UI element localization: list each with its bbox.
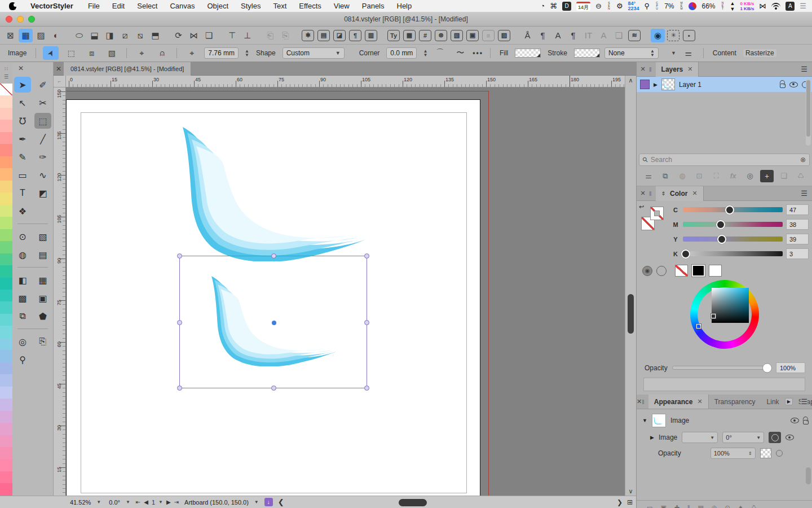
panel-grip-icon[interactable]: ‖	[649, 190, 652, 197]
artboard-dropdown[interactable]: Artboard (150.0, 150.0)▼	[182, 499, 261, 506]
slider-knob[interactable]	[681, 249, 690, 259]
shape-intersect-icon[interactable]: ◨	[103, 29, 117, 42]
corner-field[interactable]: 0.0 mm	[386, 47, 417, 59]
color-swatch[interactable]	[0, 290, 12, 301]
color-swatch[interactable]	[0, 362, 12, 374]
strip-list-icon[interactable]: ☰	[4, 74, 8, 80]
eyedropper-icon[interactable]: ◉	[642, 266, 652, 276]
blend-dropdown[interactable]: ▼	[682, 432, 718, 443]
links-tab[interactable]: Link	[761, 395, 785, 409]
memory-pie-icon[interactable]	[689, 2, 696, 10]
opacity-swatch[interactable]	[760, 448, 771, 458]
layer-name[interactable]: Layer 1	[679, 81, 701, 89]
symbols-panel-icon[interactable]: ⊛	[435, 30, 447, 41]
color-circle-icon[interactable]	[656, 266, 667, 276]
gradient-tool[interactable]: ◧	[14, 272, 31, 288]
footer-icon[interactable]: ⊙	[725, 504, 730, 508]
mem-value[interactable]: 66%	[701, 2, 715, 10]
artboard-tool[interactable]: ⎘	[34, 334, 51, 349]
line-tool[interactable]: ╱	[34, 131, 51, 147]
transparency-tab[interactable]: Transparency	[709, 395, 761, 409]
text-tool[interactable]: T	[14, 185, 31, 201]
hue-marker[interactable]	[696, 324, 701, 329]
shape-exclude-icon[interactable]: ⧄	[118, 29, 132, 42]
magnet-tool[interactable]: ℧	[14, 113, 31, 129]
paragraph-off-icon[interactable]: ¶	[566, 29, 580, 42]
selection-handle-bottom-left[interactable]	[177, 386, 182, 391]
tab-close-icon[interactable]: ✕	[692, 190, 697, 197]
mesh-warp-tool[interactable]: ▦	[34, 272, 51, 288]
image-select-button[interactable]: ▧	[104, 46, 120, 60]
footer-icon[interactable]: ◎	[712, 504, 717, 508]
appearance-item-row[interactable]: ▼ Image	[642, 414, 809, 427]
layer-select-button[interactable]: ⧈	[83, 46, 99, 60]
weather-status[interactable]: 84°2234	[628, 1, 639, 11]
control-center-icon[interactable]: ☰	[800, 2, 806, 10]
search-bar[interactable]: ⚲ ⊗	[639, 154, 810, 166]
saturation-brightness-square[interactable]	[712, 288, 749, 323]
ruler-origin-box[interactable]: ⌐	[54, 76, 66, 87]
app-status-icon[interactable]: ◔	[540, 2, 545, 10]
color-swatch[interactable]	[0, 192, 12, 204]
none-color-swatch[interactable]	[675, 265, 688, 277]
rotation-dropdown[interactable]: 0.0°▼	[107, 499, 133, 506]
size-field[interactable]: 7.76 mm	[204, 47, 239, 59]
cpu-value[interactable]: 7%	[664, 2, 674, 10]
slider-value-field[interactable]: 47	[786, 204, 809, 215]
object[interactable]: Object	[201, 2, 235, 10]
footer-icon[interactable]: ‖	[687, 504, 690, 508]
footer-icon[interactable]: ▭	[647, 504, 652, 508]
hatch-rect-tool[interactable]: ▧	[34, 229, 51, 244]
scissors-tool[interactable]: ✂	[34, 95, 51, 111]
color-swatch[interactable]	[0, 229, 12, 241]
black-swatch[interactable]	[692, 265, 705, 277]
color-swatch[interactable]	[0, 278, 12, 290]
selection-handle-middle-right[interactable]	[364, 320, 369, 325]
more-options-button[interactable]: •••	[473, 49, 483, 57]
color-swatch[interactable]	[0, 120, 12, 132]
color-swatch[interactable]	[0, 217, 12, 229]
color-swatch[interactable]	[0, 84, 12, 95]
sb-marker[interactable]	[711, 314, 716, 318]
color-swatch[interactable]	[0, 447, 12, 459]
focus-mode-icon[interactable]: ◉	[651, 29, 665, 42]
selection-handle-top-middle[interactable]	[271, 253, 276, 259]
color-swatch[interactable]	[0, 374, 12, 386]
text-panel-icon[interactable]: ¶	[349, 30, 361, 41]
view[interactable]: View	[328, 2, 356, 10]
layer-thumbnail[interactable]	[661, 78, 675, 90]
toolbox-close-button[interactable]: ✕	[12, 62, 53, 75]
transform-target-button[interactable]: ⌖	[134, 46, 149, 60]
size-stepper[interactable]: ▲▼	[245, 49, 249, 57]
layers-scrollbar[interactable]	[806, 79, 811, 146]
grid-panel-icon[interactable]: #	[419, 30, 431, 41]
delete-icon[interactable]: ♺	[794, 170, 807, 182]
effects-icon[interactable]: fx	[726, 170, 740, 182]
collect-layers-icon[interactable]: ❏	[777, 170, 791, 182]
item-unlock-icon[interactable]	[803, 420, 809, 424]
select[interactable]: Select	[131, 2, 164, 10]
align-top-icon[interactable]: ⊤	[225, 29, 239, 42]
footer-icon[interactable]: ✚	[674, 504, 679, 508]
artboard-download-badge[interactable]: ↓	[264, 498, 273, 506]
zoom-tool[interactable]: ⚲	[14, 352, 31, 367]
align-bottom-icon[interactable]: ⊥	[240, 29, 254, 42]
shape-group-tool[interactable]: ⧉	[14, 308, 31, 324]
slider-track[interactable]	[683, 207, 783, 212]
stroke-settings-button[interactable]: ⚌	[681, 46, 696, 60]
footer-icon[interactable]: ✦	[738, 504, 743, 508]
sub-visibility-icon[interactable]	[785, 435, 794, 440]
paragraph-styles-icon[interactable]: ▨	[498, 30, 510, 41]
color-swatch[interactable]	[0, 423, 12, 435]
color-swatch[interactable]	[0, 168, 12, 180]
width-tool[interactable]: ❖	[14, 203, 31, 219]
image-frame-icon[interactable]: ▧	[451, 30, 463, 41]
stamp-tool[interactable]: ⬟	[34, 308, 51, 324]
stroke-color-well[interactable]	[650, 207, 664, 220]
halftone-icon[interactable]: ◐	[49, 29, 63, 42]
opacity-slider[interactable]	[672, 366, 771, 370]
typography-panel-icon[interactable]: Ty	[387, 30, 400, 41]
hatch-fill-icon[interactable]: ▨	[34, 29, 48, 42]
panel-close-icon[interactable]: ✕	[637, 190, 649, 197]
color-ramp-bar[interactable]	[643, 378, 805, 391]
